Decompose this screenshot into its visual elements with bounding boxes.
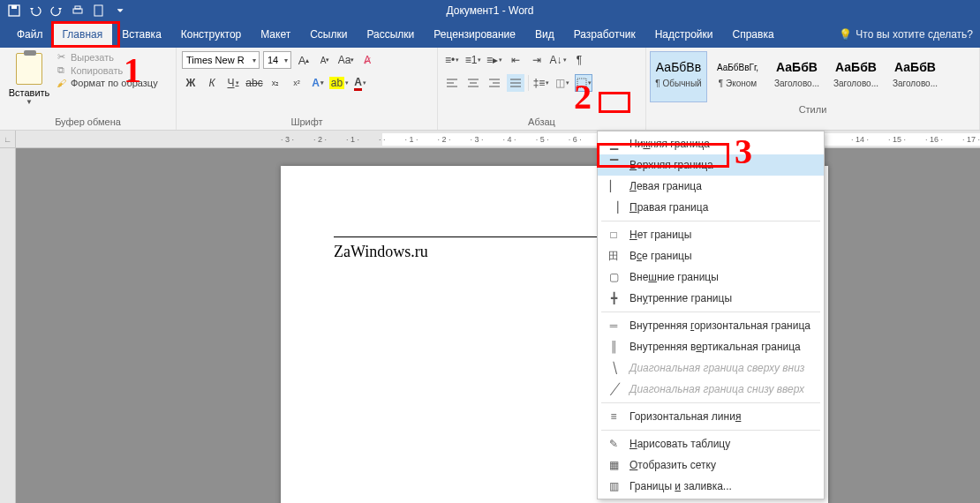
document-scroll[interactable]: ZaWindows.ru bbox=[16, 148, 980, 503]
tab-home[interactable]: Главная bbox=[53, 23, 113, 46]
tab-help[interactable]: Справка bbox=[723, 23, 784, 46]
menu-label: Нарисовать таблицу bbox=[629, 438, 730, 450]
menu-item-grid[interactable]: ▦Отобразить сетку bbox=[598, 454, 824, 476]
svg-rect-4 bbox=[94, 5, 102, 16]
show-marks-button[interactable]: ¶ bbox=[570, 51, 588, 69]
style-preview: АаБбВвГг, bbox=[717, 52, 758, 79]
vertical-ruler[interactable] bbox=[0, 148, 16, 503]
border-none-icon: □ bbox=[607, 228, 621, 242]
copy-button[interactable]: ⧉Копировать bbox=[55, 64, 158, 76]
font-name-combo[interactable]: Times New R bbox=[182, 51, 260, 69]
menu-item-top[interactable]: ▔Верхняя граница bbox=[598, 154, 824, 176]
group-label-paragraph: Абзац bbox=[438, 115, 645, 130]
highlight-button[interactable]: ab bbox=[330, 74, 348, 92]
menu-item-outside[interactable]: ▢Внешние границы bbox=[598, 267, 824, 288]
qat-customize-icon[interactable]: ⏷ bbox=[111, 2, 129, 19]
bold-button[interactable]: Ж bbox=[182, 74, 200, 92]
font-color-button[interactable]: A bbox=[351, 74, 369, 92]
undo-icon[interactable] bbox=[26, 2, 44, 19]
style-item[interactable]: АаБбВЗаголово... bbox=[827, 51, 885, 102]
decrease-indent-button[interactable]: ⇤ bbox=[507, 51, 524, 69]
menu-item-all[interactable]: 田Все границы bbox=[598, 245, 824, 267]
tab-references[interactable]: Ссылки bbox=[300, 23, 357, 46]
multilevel-button[interactable]: ≡▸ bbox=[486, 51, 503, 69]
style-item[interactable]: АаБбВвГг,¶ Эконом bbox=[709, 51, 766, 102]
cut-button[interactable]: ✂Вырезать bbox=[55, 51, 158, 63]
document-text[interactable]: ZaWindows.ru bbox=[334, 243, 428, 261]
bullets-button[interactable]: ≡• bbox=[443, 51, 461, 69]
style-name: Заголово... bbox=[769, 79, 825, 88]
italic-button[interactable]: К bbox=[203, 74, 221, 92]
menu-item-iv[interactable]: ║Внутренняя вертикальная граница bbox=[598, 336, 824, 357]
subscript-button[interactable]: x₂ bbox=[267, 74, 284, 92]
menu-item-dialog[interactable]: ▥Границы и заливка... bbox=[598, 476, 824, 497]
clipboard-icon bbox=[16, 53, 42, 85]
titlebar: ⏷ Документ1 - Word bbox=[0, 0, 980, 21]
justify-button[interactable] bbox=[507, 74, 524, 92]
underline-button[interactable]: Ч bbox=[224, 74, 242, 92]
menu-item-ih[interactable]: ═Внутренняя горизонтальная граница bbox=[598, 315, 824, 336]
tab-addins[interactable]: Надстройки bbox=[645, 23, 723, 46]
format-painter-button[interactable]: 🖌Формат по образцу bbox=[55, 78, 158, 88]
menu-separator bbox=[601, 221, 820, 221]
horizontal-ruler[interactable]: ∟ · 3 ·· 2 ·· 1 ·· ·· 1 ·· 2 ·· 3 ·· 4 ·… bbox=[0, 131, 980, 148]
tell-me-search[interactable]: 💡 Что вы хотите сделать? bbox=[839, 28, 980, 41]
redo-icon[interactable] bbox=[48, 2, 65, 19]
tab-selector[interactable]: ∟ bbox=[0, 131, 16, 147]
style-item[interactable]: АаБбВЗаголово... bbox=[768, 51, 825, 102]
menu-item-bottom[interactable]: ▁Нижняя граница bbox=[598, 133, 824, 154]
tab-file[interactable]: Файл bbox=[7, 23, 53, 46]
menu-label: Все границы bbox=[629, 250, 692, 262]
clear-formatting-button[interactable]: A̷ bbox=[358, 51, 376, 69]
numbering-button[interactable]: ≡1 bbox=[464, 51, 482, 69]
save-icon[interactable] bbox=[5, 2, 23, 19]
menu-item-left[interactable]: ▏Левая граница bbox=[598, 176, 824, 197]
border-outside-icon: ▢ bbox=[607, 270, 621, 284]
menu-item-none[interactable]: □Нет границы bbox=[598, 224, 824, 245]
font-size-combo[interactable]: 14 bbox=[263, 51, 291, 69]
style-name: ¶ Эконом bbox=[710, 79, 765, 88]
border-left-icon: ▏ bbox=[607, 179, 621, 193]
increase-indent-button[interactable]: ⇥ bbox=[528, 51, 546, 69]
menu-item-draw[interactable]: ✎Нарисовать таблицу bbox=[598, 433, 824, 454]
change-case-button[interactable]: Aa▾ bbox=[337, 51, 355, 69]
menu-label: Нижняя граница bbox=[629, 138, 710, 150]
shrink-font-button[interactable]: A▾ bbox=[316, 51, 334, 69]
sort-button[interactable]: A↓ bbox=[549, 51, 567, 69]
ribbon: Вставить ▼ ✂Вырезать ⧉Копировать 🖌Формат… bbox=[0, 48, 980, 131]
border-inside-icon: ╋ bbox=[607, 291, 621, 305]
svg-rect-2 bbox=[73, 9, 82, 13]
tab-layout[interactable]: Макет bbox=[251, 23, 300, 46]
paste-button[interactable]: Вставить ▼ bbox=[5, 51, 53, 106]
style-item[interactable]: АаБбВЗаголово... bbox=[886, 51, 944, 102]
line-spacing-button[interactable]: ‡≡ bbox=[532, 74, 550, 92]
menu-item-right[interactable]: ▕Правая граница bbox=[598, 197, 824, 218]
quickprint-icon[interactable] bbox=[69, 2, 87, 19]
align-center-button[interactable] bbox=[464, 74, 482, 92]
tab-insert[interactable]: Вставка bbox=[112, 23, 171, 46]
align-right-button[interactable] bbox=[486, 74, 503, 92]
grow-font-button[interactable]: A▴ bbox=[295, 51, 313, 69]
style-name: Заголово... bbox=[828, 79, 884, 88]
callout-number-3: 3 bbox=[735, 131, 752, 172]
newdoc-icon[interactable] bbox=[90, 2, 108, 19]
tab-mailings[interactable]: Рассылки bbox=[357, 23, 424, 46]
tab-developer[interactable]: Разработчик bbox=[564, 23, 645, 46]
superscript-button[interactable]: x² bbox=[288, 74, 305, 92]
strikethrough-button[interactable]: abc bbox=[245, 74, 263, 92]
ribbon-tabs: Файл Главная Вставка Конструктор Макет С… bbox=[0, 21, 980, 48]
menu-item-hline[interactable]: ≡Горизонтальная линия bbox=[598, 406, 824, 427]
tab-view[interactable]: Вид bbox=[525, 23, 564, 46]
shading-button[interactable]: ◫ bbox=[554, 74, 571, 92]
style-item[interactable]: АаБбВв¶ Обычный bbox=[650, 51, 707, 102]
menu-label: Левая граница bbox=[629, 180, 702, 192]
tab-review[interactable]: Рецензирование bbox=[424, 23, 525, 46]
align-left-button[interactable] bbox=[443, 74, 461, 92]
tab-design[interactable]: Конструктор bbox=[171, 23, 251, 46]
text-effects-button[interactable]: A bbox=[309, 74, 327, 92]
group-styles: АаБбВв¶ ОбычныйАаБбВвГг,¶ ЭкономАаБбВЗаг… bbox=[646, 48, 980, 130]
menu-item-inside[interactable]: ╋Внутренние границы bbox=[598, 288, 824, 309]
border-grid-icon: ▦ bbox=[607, 458, 621, 472]
border-iv-icon: ║ bbox=[607, 340, 621, 354]
menu-item-dup: ╱Диагональная граница снизу вверх bbox=[598, 379, 824, 400]
